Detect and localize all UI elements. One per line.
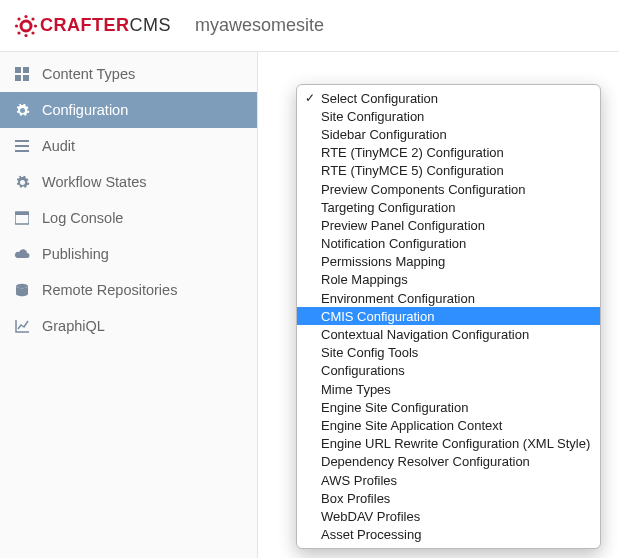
svg-rect-9 [15, 67, 21, 73]
dropdown-option[interactable]: Environment Configuration [297, 289, 600, 307]
grid-icon [12, 67, 32, 81]
dropdown-option-label: Permissions Mapping [321, 254, 445, 269]
dropdown-option-label: Dependency Resolver Configuration [321, 454, 530, 469]
dropdown-option-label: Sidebar Configuration [321, 127, 447, 142]
gear-logo-icon [14, 14, 38, 38]
dropdown-option-label: Engine URL Rewrite Configuration (XML St… [321, 436, 590, 451]
sidebar-item-workflow-states[interactable]: Workflow States [0, 164, 257, 200]
dropdown-option[interactable]: Role Mappings [297, 271, 600, 289]
sidebar-item-audit[interactable]: Audit [0, 128, 257, 164]
dropdown-option-label: WebDAV Profiles [321, 509, 420, 524]
svg-point-7 [17, 31, 20, 34]
dropdown-option[interactable]: Engine Site Application Context [297, 416, 600, 434]
dropdown-option-label: Targeting Configuration [321, 200, 455, 215]
dropdown-option[interactable]: Site Config Tools [297, 344, 600, 362]
dropdown-option[interactable]: Contextual Navigation Configuration [297, 325, 600, 343]
brand-text-right: CMS [130, 15, 172, 36]
dropdown-option[interactable]: Engine Site Configuration [297, 398, 600, 416]
svg-point-4 [34, 24, 37, 27]
dropdown-option-label: Box Profiles [321, 491, 390, 506]
terminal-icon [12, 211, 32, 225]
sidebar-item-label: Log Console [42, 210, 123, 226]
dropdown-option[interactable]: Select Configuration [297, 89, 600, 107]
app-header: CRAFTERCMS myawesomesite [0, 0, 619, 52]
dropdown-option[interactable]: Permissions Mapping [297, 253, 600, 271]
dropdown-option-label: Environment Configuration [321, 291, 475, 306]
sidebar-item-label: Remote Repositories [42, 282, 177, 298]
dropdown-option-label: RTE (TinyMCE 5) Configuration [321, 163, 504, 178]
dropdown-option[interactable]: Notification Configuration [297, 235, 600, 253]
dropdown-option[interactable]: Targeting Configuration [297, 198, 600, 216]
svg-rect-11 [15, 75, 21, 81]
site-name[interactable]: myawesomesite [195, 15, 324, 36]
dropdown-option-label: Contextual Navigation Configuration [321, 327, 529, 342]
sidebar-item-label: GraphiQL [42, 318, 105, 334]
configuration-dropdown[interactable]: Select ConfigurationSite ConfigurationSi… [296, 84, 601, 549]
dropdown-option[interactable]: WebDAV Profiles [297, 507, 600, 525]
sidebar-item-label: Configuration [42, 102, 128, 118]
dropdown-option-label: RTE (TinyMCE 2) Configuration [321, 145, 504, 160]
svg-point-1 [24, 14, 27, 17]
app-body: Content TypesConfigurationAuditWorkflow … [0, 52, 619, 558]
dropdown-option-label: Engine Site Application Context [321, 418, 502, 433]
dropdown-option-label: Site Config Tools [321, 345, 418, 360]
svg-rect-17 [15, 212, 29, 215]
dropdown-option[interactable]: Preview Components Configuration [297, 180, 600, 198]
brand-text-left: CRAFTER [40, 15, 130, 36]
dropdown-option[interactable]: Box Profiles [297, 489, 600, 507]
chart-icon [12, 319, 32, 333]
dropdown-option[interactable]: Asset Processing [297, 526, 600, 544]
list-icon [12, 139, 32, 153]
cloud-icon [12, 247, 32, 261]
sidebar-item-label: Publishing [42, 246, 109, 262]
dropdown-option[interactable]: Mime Types [297, 380, 600, 398]
svg-rect-15 [15, 150, 29, 152]
sidebar-item-log-console[interactable]: Log Console [0, 200, 257, 236]
svg-point-0 [21, 21, 31, 31]
dropdown-option-label: Site Configuration [321, 109, 424, 124]
gear-icon [12, 175, 32, 190]
svg-rect-13 [15, 140, 29, 142]
dropdown-option[interactable]: Preview Panel Configuration [297, 216, 600, 234]
dropdown-option[interactable]: Configurations [297, 362, 600, 380]
dropdown-option[interactable]: RTE (TinyMCE 2) Configuration [297, 144, 600, 162]
dropdown-option-label: Asset Processing [321, 527, 421, 542]
dropdown-option-label: Role Mappings [321, 272, 408, 287]
gear-icon [12, 103, 32, 118]
dropdown-option-label: Preview Components Configuration [321, 182, 526, 197]
dropdown-option[interactable]: RTE (TinyMCE 5) Configuration [297, 162, 600, 180]
svg-rect-10 [23, 67, 29, 73]
dropdown-option-label: CMIS Configuration [321, 309, 434, 324]
svg-point-5 [17, 17, 20, 20]
dropdown-option[interactable]: Sidebar Configuration [297, 125, 600, 143]
main-panel: Select ConfigurationSite ConfigurationSi… [258, 52, 619, 558]
svg-rect-12 [23, 75, 29, 81]
sidebar-item-graphiql[interactable]: GraphiQL [0, 308, 257, 344]
sidebar-item-label: Content Types [42, 66, 135, 82]
dropdown-option[interactable]: CMIS Configuration [297, 307, 600, 325]
dropdown-option-label: Mime Types [321, 382, 391, 397]
svg-rect-14 [15, 145, 29, 147]
svg-point-18 [16, 284, 28, 288]
dropdown-option[interactable]: Site Configuration [297, 107, 600, 125]
sidebar-item-label: Audit [42, 138, 75, 154]
dropdown-option-label: Preview Panel Configuration [321, 218, 485, 233]
dropdown-option[interactable]: Engine URL Rewrite Configuration (XML St… [297, 435, 600, 453]
dropdown-option[interactable]: AWS Profiles [297, 471, 600, 489]
dropdown-option-label: Select Configuration [321, 91, 438, 106]
svg-point-8 [31, 31, 34, 34]
dropdown-option-label: AWS Profiles [321, 473, 397, 488]
svg-point-3 [15, 24, 18, 27]
sidebar-item-content-types[interactable]: Content Types [0, 56, 257, 92]
brand-logo[interactable]: CRAFTERCMS [14, 14, 171, 38]
svg-point-2 [24, 33, 27, 36]
svg-point-6 [31, 17, 34, 20]
dropdown-option[interactable]: Dependency Resolver Configuration [297, 453, 600, 471]
dropdown-option-label: Configurations [321, 363, 405, 378]
sidebar: Content TypesConfigurationAuditWorkflow … [0, 52, 258, 558]
sidebar-item-configuration[interactable]: Configuration [0, 92, 257, 128]
dropdown-option-label: Notification Configuration [321, 236, 466, 251]
database-icon [12, 283, 32, 297]
sidebar-item-remote-repositories[interactable]: Remote Repositories [0, 272, 257, 308]
sidebar-item-publishing[interactable]: Publishing [0, 236, 257, 272]
